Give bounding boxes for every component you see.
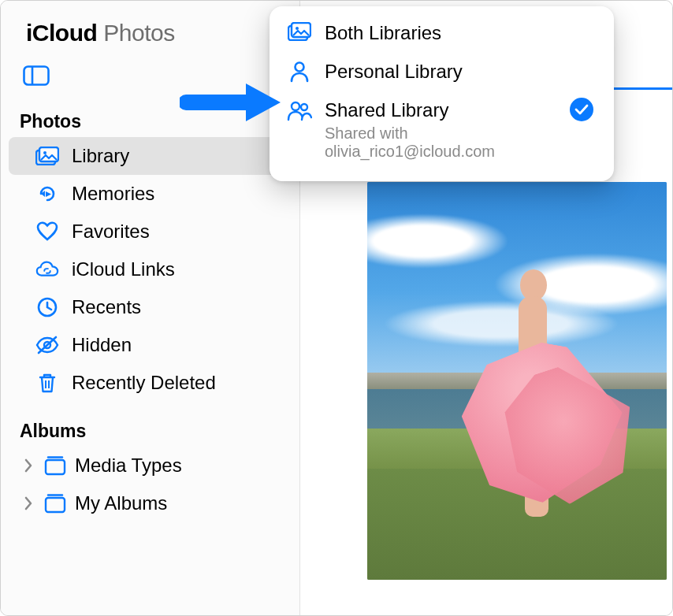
photo-thumbnail[interactable] (367, 182, 667, 580)
svg-rect-14 (46, 498, 65, 512)
svg-rect-0 (24, 67, 49, 85)
library-option-both[interactable]: Both Libraries (276, 13, 608, 51)
sidebar-item-label: iCloud Links (72, 258, 175, 280)
sidebar-item-memories[interactable]: Memories (9, 175, 292, 213)
app-title: iCloud Photos (1, 1, 299, 51)
sidebar-item-media-types[interactable]: Media Types (9, 447, 292, 484)
sidebar-item-recently-deleted[interactable]: Recently Deleted (9, 364, 292, 402)
photo-stack-icon (35, 147, 59, 165)
sidebar-item-label: Recently Deleted (72, 372, 216, 394)
svg-point-20 (292, 102, 299, 110)
people-icon (287, 98, 312, 121)
cloud-link-icon (35, 260, 59, 279)
sidebar-item-library[interactable]: Library (9, 137, 292, 175)
toggle-sidebar-button[interactable] (20, 62, 53, 89)
library-option-label: Both Libraries (325, 20, 557, 45)
annotation-arrow-icon (180, 79, 282, 129)
svg-marker-23 (246, 83, 281, 121)
sidebar-item-label: Recents (72, 296, 141, 318)
sidebar-item-hidden[interactable]: Hidden (9, 326, 292, 364)
clock-icon (35, 296, 59, 318)
svg-marker-6 (46, 191, 51, 197)
chevron-right-icon (21, 458, 35, 473)
chevron-right-icon (21, 496, 35, 510)
sidebar-toggle-icon (23, 65, 50, 86)
sidebar-item-my-albums[interactable]: My Albums (9, 484, 292, 522)
heart-icon (35, 221, 59, 242)
library-switcher-popover: Both Libraries Personal Library Shared L… (270, 6, 614, 181)
memories-icon (35, 183, 59, 205)
svg-rect-12 (46, 460, 65, 474)
library-option-subtitle: Shared with olivia_rico1@icloud.com (325, 124, 557, 161)
sidebar-item-label: Favorites (72, 221, 150, 243)
svg-point-4 (43, 151, 46, 154)
albums-nav-list: Media Types My Albums (1, 447, 299, 522)
svg-point-19 (296, 63, 304, 72)
album-icon (43, 455, 67, 476)
photos-nav-list: Library Memories Favorites iCloud Links (1, 137, 299, 402)
brand-icloud: iCloud (26, 20, 97, 46)
eye-slash-icon (35, 336, 59, 354)
photo-stack-icon (287, 20, 312, 41)
sidebar-item-label: Memories (72, 183, 154, 205)
sidebar-item-label: Library (72, 145, 129, 167)
library-option-label: Personal Library (325, 59, 557, 83)
brand-app: Photos (103, 20, 174, 46)
sidebar-item-favorites[interactable]: Favorites (9, 213, 292, 250)
svg-point-21 (301, 104, 307, 110)
library-option-personal[interactable]: Personal Library (276, 51, 608, 90)
checkmark-icon (570, 98, 593, 121)
sidebar-item-recents[interactable]: Recents (9, 288, 292, 326)
sidebar-item-label: My Albums (75, 492, 167, 514)
trash-icon (35, 372, 59, 394)
sidebar-item-label: Hidden (72, 334, 132, 356)
section-title-albums: Albums (1, 402, 299, 447)
library-option-label: Shared Library (325, 98, 557, 122)
library-option-shared[interactable]: Shared Library Shared with olivia_rico1@… (276, 90, 608, 166)
album-icon (43, 493, 67, 514)
sidebar-item-icloud-links[interactable]: iCloud Links (9, 250, 292, 288)
svg-point-18 (296, 27, 299, 30)
person-icon (287, 59, 312, 83)
sidebar-item-label: Media Types (75, 455, 182, 477)
